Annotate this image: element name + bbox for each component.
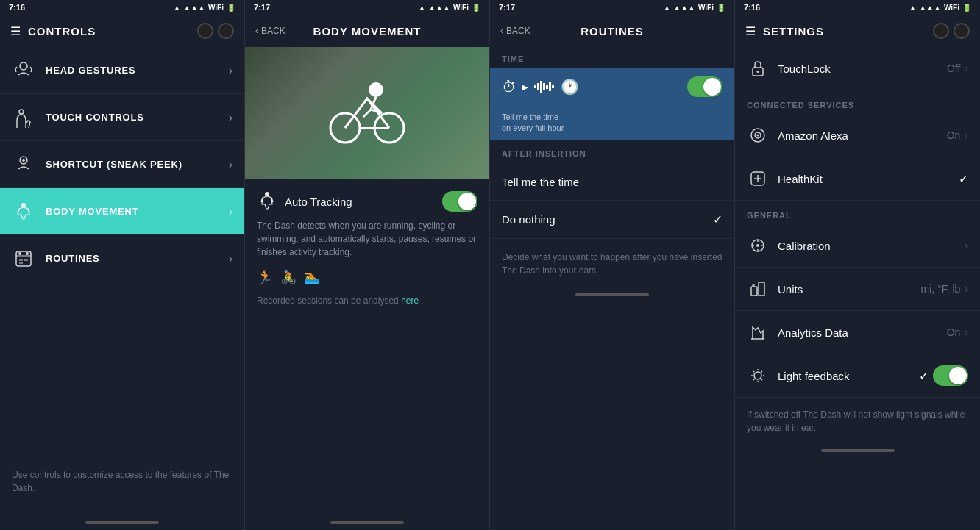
status-time-3: 7:17 [499,3,515,12]
touchlock-value: Off [947,62,960,74]
status-icons-3: ▲ ▲▲▲ WiFi 🔋 [663,4,725,12]
settings-header: ☰ SETTINGS [735,15,980,47]
play-icon: ▶ [522,83,528,91]
controls-nav-list: HEAD GESTURES › TOUCH CONTROLS › [0,47,244,458]
routine-option-do-nothing[interactable]: Do nothing ✓ [490,201,734,239]
calibration-row[interactable]: Calibration › [735,224,980,268]
toggle-knob [458,193,476,210]
body-movement-label: BODY MOVEMENT [46,206,229,217]
analytics-row[interactable]: Analytics Data On › [735,311,980,354]
head-gestures-icon [12,59,35,82]
nav-item-body-movement[interactable]: BODY MOVEMENT › [0,188,244,235]
units-row[interactable]: Units mi, °F, lb › [735,268,980,311]
recorded-sessions-link[interactable]: here [401,296,419,306]
nav-item-routines[interactable]: ROUTINES › [0,235,244,282]
settings-footer: If switched off The Dash will not show l… [735,398,980,445]
shortcut-icon [12,153,35,176]
clock-start-icon: ⏱ [502,79,516,96]
svg-rect-12 [534,85,536,88]
panel-body-movement: 7:17 ▲ ▲▲▲ WiFi 🔋 ‹ BACK BODY MOVEMENT [245,0,490,530]
healthkit-icon [747,168,769,190]
svg-rect-14 [540,81,542,93]
nav-item-shortcut[interactable]: SHORTCUT (SNEAK PEEK) › [0,141,244,188]
touch-controls-icon [12,106,35,129]
bottom-bar-3 [575,293,649,296]
controls-header: ☰ CONTROLS [0,15,244,47]
healthkit-label: HealthKit [778,173,959,185]
body-movement-icon [12,200,35,223]
touchlock-icon [747,57,769,79]
body-movement-header: ‹ BACK BODY MOVEMENT [245,15,489,47]
time-toggle-knob [703,78,721,96]
svg-point-6 [18,252,21,255]
routines-back-button[interactable]: ‹ BACK [500,26,530,36]
time-routine-toggle[interactable] [687,76,722,97]
auto-tracking-label: Auto Tracking [285,196,442,208]
svg-point-4 [21,203,26,207]
calibration-icon [747,234,769,257]
status-time-1: 7:16 [9,3,25,12]
time-section-label: TIME [490,47,734,68]
light-feedback-toggle[interactable] [933,365,968,386]
status-icons-1: ▲ ▲▲▲ WiFi 🔋 [173,4,235,12]
general-label: GENERAL [735,201,980,224]
svg-rect-17 [549,82,551,91]
auto-tracking-toggle[interactable] [442,191,477,212]
amazon-alexa-row[interactable]: Amazon Alexa On › [735,114,980,157]
hero-cycling-image [245,47,489,179]
routines-back-label: BACK [506,26,530,36]
routines-header: ‹ BACK ROUTINES [490,15,734,47]
body-movement-back-button[interactable]: ‹ BACK [255,26,285,36]
calibration-chevron: › [965,240,968,251]
controls-footer: Use controls to customize access to the … [0,458,244,517]
svg-point-0 [20,62,27,70]
panel-settings: 7:16 ▲ ▲▲▲ WiFi 🔋 ☰ SETTINGS TouchLock O… [735,0,980,530]
body-movement-title: BODY MOVEMENT [313,25,422,37]
touch-controls-chevron: › [229,111,232,124]
earbud-left [197,23,213,39]
status-bar-1: 7:16 ▲ ▲▲▲ WiFi 🔋 [0,0,244,15]
time-icons: ⏱ ▶ 🕐 [502,78,687,96]
amazon-alexa-label: Amazon Alexa [778,129,947,142]
menu-icon[interactable]: ☰ [10,24,21,38]
routine-time-row[interactable]: ⏱ ▶ 🕐 [490,68,734,106]
status-icons-4: ▲ ▲▲▲ WiFi 🔋 [909,4,971,12]
light-feedback-icon [747,365,769,387]
status-bar-2: 7:17 ▲ ▲▲▲ WiFi 🔋 [245,0,489,15]
svg-point-11 [265,192,269,196]
touchlock-row[interactable]: TouchLock Off › [735,47,980,90]
nav-item-head-gestures[interactable]: HEAD GESTURES › [0,47,244,94]
units-icon [747,278,769,300]
touchlock-chevron: › [965,62,968,74]
touch-controls-label: TOUCH CONTROLS [46,112,229,123]
healthkit-check: ✓ [959,172,968,186]
routines-label: ROUTINES [46,253,229,264]
svg-point-20 [757,71,759,73]
units-label: Units [778,283,921,296]
units-chevron: › [965,283,968,295]
settings-menu-icon[interactable]: ☰ [745,24,756,38]
routine-option-tell-time[interactable]: Tell me the time [490,164,734,201]
analytics-label: Analytics Data [778,326,947,339]
cycling-icon: 🚴 [280,269,297,285]
light-feedback-row[interactable]: Light feedback ✓ [735,354,980,398]
body-movement-content: Auto Tracking The Dash detects when you … [245,179,489,517]
amazon-alexa-icon [747,124,769,146]
svg-rect-28 [759,282,764,296]
nav-item-touch-controls[interactable]: TOUCH CONTROLS › [0,94,244,141]
panel-routines: 7:17 ▲ ▲▲▲ WiFi 🔋 ‹ BACK ROUTINES TIME ⏱… [490,0,735,530]
svg-point-1 [19,110,24,114]
status-bar-4: 7:16 ▲ ▲▲▲ WiFi 🔋 [735,0,980,15]
healthkit-row[interactable]: HealthKit ✓ [735,157,980,201]
svg-point-10 [369,82,383,97]
svg-point-29 [754,372,761,379]
svg-point-3 [22,159,25,162]
routines-icon [12,247,35,271]
earbud-right [218,23,234,39]
auto-tracking-icon [257,191,277,212]
svg-rect-16 [546,85,548,89]
tell-time-label: Tell me the time [502,176,722,188]
light-feedback-check: ✓ [919,369,928,383]
touchlock-label: TouchLock [778,62,947,75]
svg-rect-18 [552,85,554,88]
